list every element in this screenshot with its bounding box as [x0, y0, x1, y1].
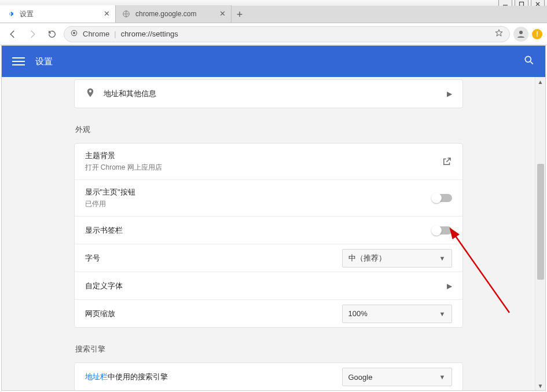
scroll-up-icon[interactable]: ▲: [535, 77, 545, 86]
dropdown-value: 中（推荐）: [348, 253, 386, 263]
tab-settings[interactable]: 设置 ✕: [0, 5, 116, 23]
address-bar[interactable]: Chrome | chrome://settings: [64, 26, 510, 42]
svg-line-10: [531, 62, 533, 64]
new-tab-button[interactable]: +: [232, 6, 248, 23]
row-addresses[interactable]: 地址和其他信息 ▶: [75, 80, 462, 108]
section-title-appearance: 外观: [75, 124, 463, 135]
row-theme[interactable]: 主题背景 打开 Chrome 网上应用店: [75, 144, 462, 179]
back-button[interactable]: [5, 26, 21, 42]
tab-close-button[interactable]: ✕: [218, 9, 226, 17]
row-label: 网页缩放: [85, 309, 115, 319]
reload-button[interactable]: [44, 26, 60, 42]
gear-icon: [6, 9, 15, 19]
row-label: 主题背景: [85, 151, 162, 161]
location-pin-icon: [85, 87, 96, 100]
row-label: 地址栏中使用的搜索引擎: [85, 372, 168, 382]
row-font-size: 字号 中（推荐） ▼: [75, 244, 462, 272]
row-page-zoom: 网页缩放 100% ▼: [75, 299, 462, 327]
browser-toolbar: Chrome | chrome://settings !: [0, 23, 547, 45]
chevron-right-icon: ▶: [447, 90, 452, 98]
dropdown-value: Google: [348, 373, 373, 382]
omnibox-chrome-label: Chrome: [83, 30, 109, 38]
settings-search-button[interactable]: [523, 54, 535, 68]
scroll-down-icon[interactable]: ▼: [535, 381, 545, 390]
page-zoom-dropdown[interactable]: 100% ▼: [342, 305, 452, 323]
row-custom-fonts[interactable]: 自定义字体 ▶: [75, 272, 462, 299]
settings-header: 设置: [2, 46, 545, 77]
svg-point-9: [525, 56, 531, 62]
section-title-search-engine: 搜索引擎: [75, 344, 463, 354]
tab-title: chrome.google.com: [135, 10, 196, 18]
row-label: 字号: [85, 253, 100, 263]
scrollbar-thumb[interactable]: [537, 164, 544, 280]
chevron-right-icon: ▶: [447, 282, 452, 290]
hamburger-menu-button[interactable]: [12, 57, 25, 65]
row-sublabel: 打开 Chrome 网上应用店: [85, 163, 162, 173]
forward-button[interactable]: [24, 26, 41, 42]
tab-chrome-google[interactable]: chrome.google.com ✕: [116, 5, 232, 23]
address-bar-link[interactable]: 地址栏: [85, 372, 108, 381]
row-label: 自定义字体: [85, 281, 123, 291]
chevron-down-icon: ▼: [439, 310, 446, 317]
chevron-down-icon: ▼: [439, 255, 446, 262]
bookmark-star-icon[interactable]: [494, 28, 504, 39]
row-label: 显示书签栏: [85, 225, 123, 236]
search-engine-dropdown[interactable]: Google ▼: [342, 368, 452, 386]
tab-title: 设置: [20, 9, 34, 19]
row-label: 地址和其他信息: [104, 89, 156, 99]
page-title: 设置: [35, 56, 53, 67]
dropdown-value: 100%: [348, 309, 368, 318]
row-search-engine: 地址栏中使用的搜索引擎 Google ▼: [75, 363, 462, 390]
row-label: 显示"主页"按钮: [85, 187, 135, 197]
tab-close-button[interactable]: ✕: [102, 9, 111, 17]
vertical-scrollbar[interactable]: ▲ ▼: [535, 77, 545, 390]
tab-strip: 设置 ✕ chrome.google.com ✕ +: [0, 6, 547, 23]
bookmarks-bar-toggle[interactable]: [432, 226, 452, 235]
font-size-dropdown[interactable]: 中（推荐） ▼: [342, 249, 452, 268]
svg-point-7: [73, 32, 75, 34]
globe-icon: [122, 9, 131, 19]
row-bookmarks-bar: 显示书签栏: [75, 216, 462, 244]
site-info-icon[interactable]: [70, 29, 78, 39]
open-external-icon: [442, 156, 452, 167]
row-sublabel: 已停用: [85, 199, 135, 209]
svg-point-8: [519, 31, 523, 34]
home-button-toggle[interactable]: [432, 194, 452, 202]
menu-alert-icon[interactable]: !: [532, 29, 542, 39]
row-home-button: 显示"主页"按钮 已停用: [75, 179, 462, 216]
omnibox-url: chrome://settings: [121, 30, 178, 38]
chevron-down-icon: ▼: [439, 373, 446, 380]
profile-avatar-button[interactable]: [513, 27, 528, 42]
